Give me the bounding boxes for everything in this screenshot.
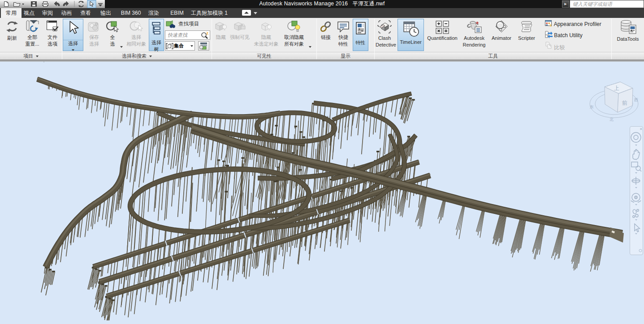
svg-text:东: 东 [589, 105, 594, 109]
svg-text:上: 上 [614, 85, 619, 91]
svg-text:北: 北 [609, 117, 614, 122]
svg-text:✕: ✕ [640, 127, 643, 131]
svg-text:前: 前 [622, 100, 628, 107]
svg-text:西: 西 [634, 98, 638, 102]
